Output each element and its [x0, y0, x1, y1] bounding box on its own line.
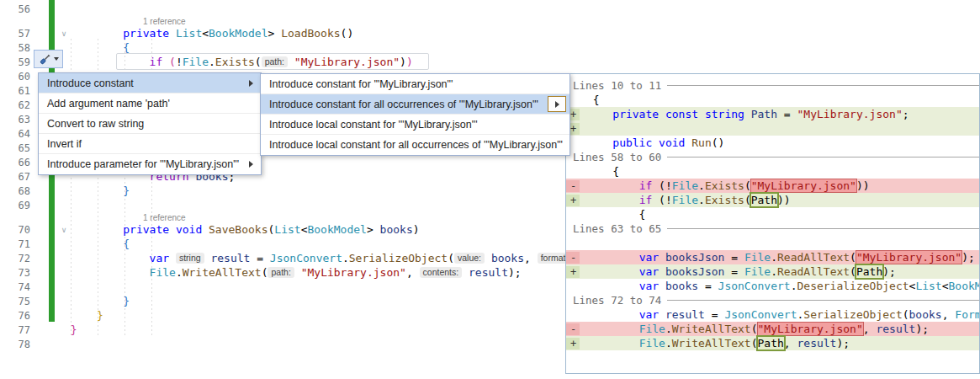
line-number[interactable]: 56	[0, 3, 37, 15]
line-number[interactable]: 63	[0, 114, 37, 125]
line-number[interactable]: 78	[0, 339, 37, 350]
code-line[interactable]: 59 if (!File.Exists(path: "MyLibrary.jso…	[0, 55, 980, 69]
line-number[interactable]: 62	[0, 99, 37, 111]
menu-item-label: Convert to raw string	[47, 118, 144, 130]
line-number[interactable]: 57	[0, 28, 37, 40]
code-token	[57, 266, 150, 279]
line-number[interactable]: 73	[0, 267, 37, 279]
code-token: .	[665, 337, 672, 350]
line-number[interactable]: 59	[0, 56, 37, 68]
line-number[interactable]: 68	[0, 185, 37, 197]
code-token: .	[176, 266, 183, 279]
added-identifier-highlight: Path	[751, 194, 777, 206]
code-token: List	[274, 223, 300, 236]
code-token: =	[777, 108, 797, 120]
code-token	[162, 56, 169, 68]
line-number[interactable]: 70	[0, 224, 37, 236]
line-number[interactable]: 77	[0, 324, 37, 336]
quick-actions-button[interactable]	[34, 50, 63, 68]
screwdriver-icon	[39, 53, 51, 66]
quick-action-item-4[interactable]: Invert if	[39, 134, 261, 154]
codelens-references[interactable]: 1 reference	[123, 213, 186, 222]
line-number[interactable]: 72	[0, 253, 37, 264]
quick-actions-menu: Introduce constantAdd argument name 'pat…	[38, 72, 262, 175]
code-token: .	[771, 265, 777, 278]
line-number[interactable]: 64	[0, 128, 37, 140]
code-token: );	[961, 251, 975, 264]
line-number[interactable]: 69	[0, 200, 37, 211]
header-rule	[667, 85, 979, 86]
quick-action-item-3[interactable]: Convert to raw string	[39, 114, 261, 134]
introduce-constant-item-2[interactable]: Introduce constant for all occurrences o…	[261, 94, 569, 115]
code-line[interactable]: 56	[0, 2, 980, 16]
code-token	[586, 308, 639, 321]
header-rule	[667, 157, 979, 157]
code-token: (	[262, 266, 268, 279]
code-token: (	[255, 56, 262, 68]
code-token: private	[123, 223, 169, 236]
preview-changes-flyout-button[interactable]	[548, 96, 566, 112]
code-token	[57, 309, 97, 322]
code-token: =	[705, 308, 724, 321]
diff-line-ctx: public void Run()	[566, 136, 979, 150]
introduce-constant-item-4[interactable]: Introduce local constant for all occurre…	[261, 135, 569, 155]
removed-literal-highlight: "MyLibrary.json"	[751, 179, 856, 192]
code-token: result	[665, 308, 705, 321]
introduce-constant-item-1[interactable]: Introduce constant for '"MyLibrary.json"…	[261, 74, 569, 94]
codelens-references[interactable]: 1 reference	[123, 17, 186, 26]
line-number[interactable]: 61	[0, 85, 37, 97]
code-token: BookModel	[307, 223, 366, 236]
code-token: "MyLibrary.json"	[797, 108, 903, 120]
line-number[interactable]: 76	[0, 310, 37, 322]
introduce-constant-item-3[interactable]: Introduce local constant for '"MyLibrary…	[261, 115, 569, 135]
code-token	[57, 41, 123, 54]
code-token: ,	[406, 266, 420, 279]
quick-action-item-5[interactable]: Introduce parameter for '"MyLibrary.json…	[39, 154, 261, 174]
line-number[interactable]: 74	[0, 281, 37, 293]
caret-down-icon	[54, 57, 59, 61]
code-token: .	[771, 251, 777, 264]
collapse-chevron-icon[interactable]: ∨	[59, 29, 69, 38]
code-line[interactable]: 57 private List<BookModel> LoadBooks()∨	[0, 26, 980, 40]
diff-section-header-label: Lines 58 to 60	[573, 151, 661, 163]
line-number[interactable]: 71	[0, 238, 37, 250]
diff-section-header: Lines 72 to 74	[566, 293, 979, 307]
diff-code-text: {	[580, 208, 645, 221]
code-token: <	[202, 27, 209, 40]
code-text: if (!File.Exists(path: "MyLibrary.json")…	[37, 56, 413, 68]
diff-section-header-label: Lines 72 to 74	[573, 294, 661, 307]
code-token	[586, 194, 639, 206]
line-number[interactable]: 60	[0, 71, 37, 83]
code-token: <	[942, 280, 949, 292]
code-token	[586, 280, 639, 292]
code-token: )	[413, 223, 420, 236]
code-line[interactable]: 58 {	[0, 40, 980, 55]
diff-marker: -	[566, 180, 580, 192]
code-token: WriteAllText	[672, 323, 751, 335]
code-token: var	[639, 308, 659, 321]
diff-line-add: + File.WriteAllText(Path, result);	[566, 336, 979, 350]
code-token: if	[150, 56, 163, 68]
code-token: .	[698, 179, 705, 192]
line-number[interactable]: 67	[0, 171, 37, 183]
code-token: result	[876, 323, 915, 335]
diff-line-del: - File.WriteAllText("MyLibrary.json", re…	[566, 322, 979, 336]
quick-action-item-1[interactable]: Introduce constant	[39, 73, 261, 93]
code-token	[586, 179, 639, 192]
code-token	[462, 266, 469, 279]
code-token: >	[268, 27, 282, 40]
line-number[interactable]: 66	[0, 157, 37, 168]
inline-hint-chip: value:	[454, 253, 485, 264]
line-number[interactable]: 75	[0, 296, 37, 307]
line-number[interactable]: 65	[0, 142, 37, 154]
code-text: private List<BookModel> LoadBooks()	[37, 27, 353, 40]
code-token: Path	[751, 108, 777, 120]
quick-action-item-2[interactable]: Add argument name 'path'	[39, 93, 261, 114]
code-token: void	[176, 223, 202, 236]
code-token: {	[586, 93, 600, 106]
collapse-chevron-icon[interactable]: ∨	[59, 226, 69, 234]
diff-line-ctx: {	[566, 164, 979, 179]
line-number[interactable]: 58	[0, 42, 37, 54]
diff-code-text: var books = JsonConvert.DeserializeObjec…	[580, 280, 980, 292]
code-token: SaveBooks	[209, 223, 268, 236]
